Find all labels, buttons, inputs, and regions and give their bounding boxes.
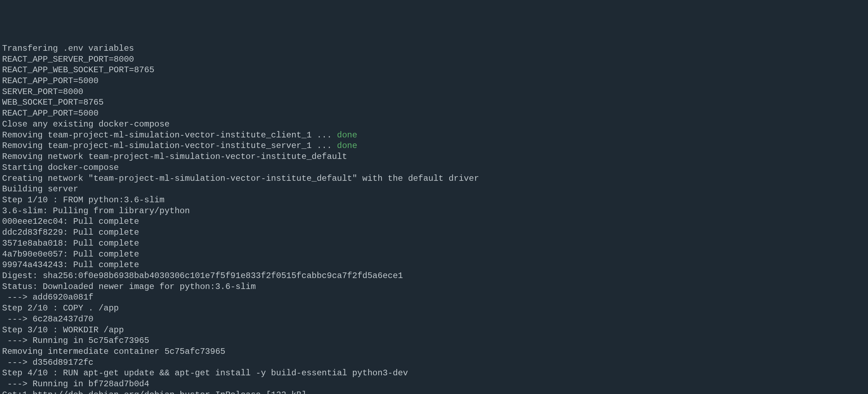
terminal-line: 99974a434243: Pull complete [2,260,866,271]
terminal-line: Starting docker-compose [2,162,866,173]
terminal-line: Step 3/10 : WORKDIR /app [2,325,866,336]
terminal-line: REACT_APP_SERVER_PORT=8000 [2,54,866,65]
terminal-line: 3571e8aba018: Pull complete [2,238,866,249]
terminal-line-prefix: Removing team-project-ml-simulation-vect… [2,141,337,150]
terminal-line: Creating network "team-project-ml-simula… [2,173,866,184]
terminal-line: Removing intermediate container 5c75afc7… [2,346,866,357]
terminal-line: ddc2d83f8229: Pull complete [2,227,866,238]
status-done: done [337,130,358,140]
terminal-line: Step 1/10 : FROM python:3.6-slim [2,195,866,206]
terminal-line: ---> add6920a081f [2,292,866,303]
terminal-line: ---> Running in 5c75afc73965 [2,335,866,346]
terminal-line: Get:1 http://deb.debian.org/debian buste… [2,390,866,394]
terminal-line: Removing team-project-ml-simulation-vect… [2,130,866,141]
terminal-line: 3.6-slim: Pulling from library/python [2,206,866,217]
terminal-line: ---> Running in bf728ad7b0d4 [2,379,866,390]
terminal-line: ---> d356d89172fc [2,357,866,368]
terminal-line: Digest: sha256:0f0e98b6938bab4030306c101… [2,271,866,282]
terminal-line: Removing team-project-ml-simulation-vect… [2,141,866,152]
terminal-line: 4a7b90e0e057: Pull complete [2,249,866,260]
terminal-line: Step 4/10 : RUN apt-get update && apt-ge… [2,368,866,379]
terminal-line: Transfering .env variables [2,43,866,54]
terminal-line-prefix: Removing team-project-ml-simulation-vect… [2,130,337,140]
terminal-line: Step 2/10 : COPY . /app [2,303,866,314]
terminal-line: REACT_APP_WEB_SOCKET_PORT=8765 [2,65,866,76]
terminal-output[interactable]: Transfering .env variablesREACT_APP_SERV… [2,43,866,394]
terminal-line: Close any existing docker-compose [2,119,866,130]
terminal-line: WEB_SOCKET_PORT=8765 [2,97,866,108]
terminal-line: Status: Downloaded newer image for pytho… [2,282,866,293]
terminal-line: Building server [2,184,866,195]
terminal-line: REACT_APP_PORT=5000 [2,76,866,87]
terminal-line: ---> 6c28a2437d70 [2,314,866,325]
terminal-line: SERVER_PORT=8000 [2,87,866,98]
terminal-line: 000eee12ec04: Pull complete [2,216,866,227]
terminal-line: Removing network team-project-ml-simulat… [2,152,866,162]
terminal-line: REACT_APP_PORT=5000 [2,108,866,119]
status-done: done [337,141,358,150]
